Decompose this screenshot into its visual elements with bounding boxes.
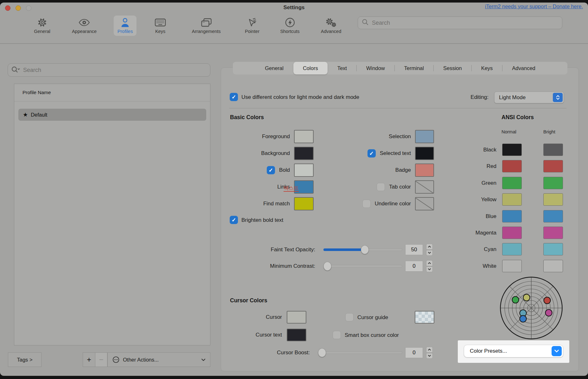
tags-button[interactable]: Tags >: [8, 352, 42, 367]
ansi-white-bright-well[interactable]: [543, 260, 563, 272]
toolbar-search[interactable]: [358, 16, 562, 29]
tab-terminal[interactable]: Terminal: [395, 62, 433, 74]
underline-color-checkbox[interactable]: [362, 200, 371, 208]
ansi-black-normal-well[interactable]: [502, 144, 522, 156]
toolbar-item-pointer[interactable]: Pointer: [241, 16, 263, 36]
slider-stepper[interactable]: [426, 260, 433, 272]
cursor-color-well[interactable]: [287, 311, 306, 324]
section-divider: [229, 108, 566, 108]
tab-colors[interactable]: Colors: [293, 62, 328, 74]
selection-color-well[interactable]: [415, 130, 434, 143]
cursor-boost-slider-thumb[interactable]: [318, 348, 326, 357]
ansi-black-bright-well[interactable]: [543, 144, 563, 156]
stepper-down-icon[interactable]: [426, 353, 433, 359]
profile-row-default[interactable]: ★ Default: [18, 109, 206, 121]
toolbar-item-advanced[interactable]: Advanced: [317, 16, 345, 36]
cursor-boost-stepper[interactable]: [426, 347, 433, 359]
toolbar-item-arrangements[interactable]: Arrangements: [188, 16, 224, 36]
ansi-cyan-bright-well[interactable]: [543, 243, 563, 255]
tab-color-checkbox[interactable]: [377, 183, 385, 191]
ansi-red-normal-well[interactable]: [502, 160, 522, 172]
find-match-color-well[interactable]: [294, 197, 314, 210]
updown-chevrons-icon: [553, 93, 563, 102]
badge-color-well[interactable]: [415, 164, 434, 177]
toolbar-search-input[interactable]: [371, 19, 558, 27]
stepper-up-icon[interactable]: [426, 347, 433, 353]
cursor-boost-value[interactable]: 0: [405, 347, 423, 358]
ansi-label: Green: [482, 180, 496, 186]
ansi-blue-normal-well[interactable]: [502, 210, 522, 222]
ansi-colors-header: ANSI Colors: [502, 114, 534, 121]
tab-session[interactable]: Session: [434, 62, 471, 74]
tab-text[interactable]: Text: [328, 62, 356, 74]
use-different-colors-checkbox[interactable]: [230, 93, 238, 101]
cursor-text-color-well[interactable]: [287, 329, 306, 341]
editing-mode-select[interactable]: Light Mode: [494, 92, 564, 103]
cursor-boost-slider[interactable]: [318, 351, 402, 354]
chevron-down-icon: [552, 346, 562, 356]
background-color-well[interactable]: [294, 147, 314, 160]
foreground-color-well[interactable]: [294, 130, 314, 143]
slider-track[interactable]: [323, 248, 402, 251]
donate-link[interactable]: iTerm2 needs your support – Donate here.: [485, 3, 583, 10]
toolbar-item-general[interactable]: General: [30, 16, 54, 36]
tab-color-color-well[interactable]: [415, 180, 434, 194]
tab-general[interactable]: General: [255, 62, 293, 74]
underline-color-color-well[interactable]: [415, 197, 434, 210]
ansi-magenta-bright-well[interactable]: [543, 227, 563, 239]
color-row-selection: Selection: [389, 130, 434, 143]
slider-stepper[interactable]: [426, 244, 433, 256]
ansi-green-bright-well[interactable]: [543, 177, 563, 189]
remove-profile-button[interactable]: −: [95, 352, 107, 367]
stepper-down-icon[interactable]: [426, 267, 433, 273]
ansi-cyan-normal-well[interactable]: [502, 243, 522, 255]
stepper-up-icon[interactable]: [426, 244, 433, 250]
selected-text-color-well[interactable]: [415, 147, 434, 160]
toolbar-item-label: Shortcuts: [280, 29, 299, 34]
other-actions-button[interactable]: Other Actions...: [107, 352, 210, 367]
bold-checkbox[interactable]: [267, 166, 275, 174]
brighten-bold-checkbox[interactable]: [230, 216, 238, 224]
tags-label: Tags >: [17, 357, 32, 363]
profile-search-input[interactable]: [22, 67, 207, 74]
tab-advanced[interactable]: Advanced: [502, 62, 545, 74]
tab-window[interactable]: Window: [357, 62, 394, 74]
slider-value[interactable]: 0: [405, 261, 423, 272]
ansi-bright-column: Bright: [543, 129, 555, 134]
add-profile-button[interactable]: +: [83, 352, 95, 367]
cursor-guide-color-well[interactable]: [415, 311, 434, 324]
use-different-colors-label: Use different colors for light mode and …: [241, 94, 359, 100]
slider-track[interactable]: [323, 265, 402, 267]
toolbar-item-label: Keys: [155, 29, 165, 34]
toolbar-divider: [0, 43, 588, 44]
toolbar-item-label: Advanced: [321, 29, 342, 34]
stepper-down-icon[interactable]: [426, 250, 433, 256]
color-presets-button[interactable]: Color Presets...: [464, 345, 563, 357]
toolbar-item-shortcuts[interactable]: Shortcuts: [276, 16, 303, 36]
stepper-up-icon[interactable]: [426, 260, 433, 266]
profile-search[interactable]: [8, 63, 210, 77]
slider-thumb[interactable]: [323, 262, 331, 271]
cursor-label: Cursor: [266, 314, 282, 320]
toolbar-item-appearance[interactable]: Appearance: [68, 16, 100, 36]
selected-text-checkbox[interactable]: [368, 149, 376, 157]
ansi-label: Red: [487, 163, 496, 170]
ansi-yellow-bright-well[interactable]: [543, 193, 563, 206]
slider-thumb[interactable]: [361, 245, 369, 254]
toolbar-item-profiles[interactable]: Profiles: [114, 16, 137, 36]
slider-value[interactable]: 50: [405, 244, 423, 255]
slider-label: Faint Text Opacity:: [271, 247, 315, 253]
tab-keys[interactable]: Keys: [472, 62, 502, 74]
smart-box-cursor-checkbox[interactable]: [333, 331, 341, 339]
cursor-guide-checkbox[interactable]: [345, 313, 354, 321]
ansi-green-normal-well[interactable]: [502, 177, 522, 189]
toolbar-item-keys[interactable]: Keys: [150, 16, 170, 36]
ansi-white-normal-well[interactable]: [502, 260, 522, 272]
bold-color-well[interactable]: [294, 164, 314, 177]
color-wheel: [498, 275, 565, 341]
ansi-magenta-normal-well[interactable]: [502, 227, 522, 239]
cursor-row: Cursor: [266, 311, 306, 324]
ansi-blue-bright-well[interactable]: [543, 210, 563, 222]
ansi-yellow-normal-well[interactable]: [502, 193, 522, 206]
ansi-red-bright-well[interactable]: [543, 160, 563, 172]
